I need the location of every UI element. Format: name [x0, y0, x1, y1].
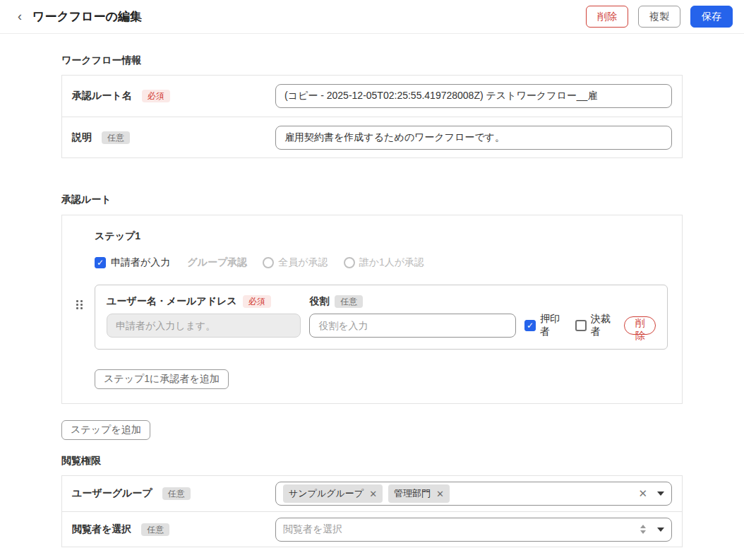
user-group-label: ユーザーグループ — [72, 487, 152, 500]
delete-approver-button[interactable]: 削除 — [624, 316, 656, 335]
all-approve-radio[interactable] — [263, 257, 274, 268]
approval-route-name-label-col: 承認ルート名 必須 — [72, 90, 275, 102]
viewer-select-row: 閲覧者を選択 任意 閲覧者を選択 — [62, 511, 682, 547]
optional-badge: 任意 — [102, 131, 130, 144]
spinner-icon[interactable] — [640, 525, 646, 534]
description-label-col: 説明 任意 — [72, 131, 275, 144]
delete-workflow-button[interactable]: 削除 — [586, 6, 628, 28]
approval-route-section-title: 承認ルート — [61, 193, 683, 206]
remove-tag-icon[interactable]: ✕ — [369, 489, 377, 499]
approver-row: ユーザー名・メールアドレス 必須 役割 任意 ✓ 押印者 決裁者 — [76, 285, 668, 350]
view-permission-section-title: 閲覧権限 — [61, 455, 683, 467]
user-group-row: ユーザーグループ 任意 サンプルグループ ✕ 管理部門 ✕ ✕ — [62, 476, 682, 511]
decider-label: 決裁者 — [591, 313, 619, 338]
chevron-down-icon[interactable] — [657, 492, 664, 496]
group-tag-label: サンプルグループ — [289, 487, 364, 500]
viewer-select-label-col: 閲覧者を選択 任意 — [72, 523, 275, 536]
approver-role-head: 役割 任意 — [309, 295, 516, 308]
stamper-checkbox[interactable]: ✓ — [524, 320, 536, 331]
approval-route-name-input[interactable] — [275, 84, 672, 108]
add-step-button[interactable]: ステップを追加 — [61, 420, 150, 440]
group-tag: 管理部門 ✕ — [388, 484, 450, 503]
approve-mode-row: ✓ 申請者が入力 グループ承認 全員が承認 誰か1人が承認 — [95, 256, 668, 269]
optional-badge: 任意 — [162, 487, 191, 500]
header-actions: 削除 複製 保存 — [586, 6, 733, 28]
group-approval-label: グループ承認 — [187, 256, 247, 269]
approval-route-name-label: 承認ルート名 — [72, 90, 132, 102]
step-1-title: ステップ1 — [95, 230, 668, 243]
save-workflow-button[interactable]: 保存 — [690, 6, 733, 28]
optional-badge: 任意 — [335, 295, 363, 308]
any-one-approve-radio[interactable] — [344, 257, 355, 268]
approver-role-input[interactable] — [309, 314, 516, 338]
required-badge: 必須 — [142, 90, 170, 102]
required-badge: 必須 — [243, 295, 271, 308]
group-tag-label: 管理部門 — [394, 487, 431, 500]
page-title: ワークフローの編集 — [32, 8, 142, 25]
group-tag: サンプルグループ ✕ — [283, 484, 383, 503]
any-one-approve-label: 誰か1人が承認 — [359, 256, 424, 269]
applicant-input-label: 申請者が入力 — [111, 256, 170, 269]
approver-card: ユーザー名・メールアドレス 必須 役割 任意 ✓ 押印者 決裁者 — [95, 285, 668, 350]
all-approve-label: 全員が承認 — [278, 256, 328, 269]
approver-user-head: ユーザー名・メールアドレス 必須 — [107, 295, 301, 308]
viewer-select[interactable]: 閲覧者を選択 — [275, 518, 672, 542]
workflow-info-table: 承認ルート名 必須 説明 任意 — [61, 75, 683, 158]
user-group-multiselect[interactable]: サンプルグループ ✕ 管理部門 ✕ ✕ — [275, 482, 672, 506]
stamper-label: 押印者 — [540, 313, 568, 338]
view-permission-table: ユーザーグループ 任意 サンプルグループ ✕ 管理部門 ✕ ✕ 閲覧者を選択 — [61, 475, 683, 547]
step-1-box: ステップ1 ✓ 申請者が入力 グループ承認 全員が承認 誰か1人が承認 ユーザー… — [61, 215, 683, 404]
drag-handle-icon[interactable] — [76, 285, 95, 309]
approver-role-label: 役割 — [309, 295, 329, 308]
back-icon[interactable]: ‹ — [11, 8, 28, 25]
duplicate-workflow-button[interactable]: 複製 — [638, 6, 680, 28]
approver-user-input — [107, 314, 301, 338]
description-input[interactable] — [275, 126, 672, 150]
header-bar: ‹ ワークフローの編集 削除 複製 保存 — [0, 0, 744, 34]
applicant-input-checkbox[interactable]: ✓ — [95, 257, 106, 268]
add-approver-button[interactable]: ステップ1に承認者を追加 — [95, 369, 229, 389]
viewer-select-label: 閲覧者を選択 — [72, 523, 131, 536]
clear-all-icon[interactable]: ✕ — [638, 487, 647, 500]
remove-tag-icon[interactable]: ✕ — [436, 489, 444, 499]
approver-user-label: ユーザー名・メールアドレス — [107, 295, 237, 308]
main-content: ワークフロー情報 承認ルート名 必須 説明 任意 承認ルート ステップ1 ✓ 申… — [61, 54, 683, 547]
user-group-label-col: ユーザーグループ 任意 — [72, 487, 275, 500]
description-label: 説明 — [72, 131, 92, 144]
viewer-select-placeholder: 閲覧者を選択 — [283, 523, 342, 536]
approver-role-field: 役割 任意 — [309, 295, 516, 338]
description-row: 説明 任意 — [62, 117, 682, 157]
approver-options: ✓ 押印者 決裁者 削除 — [524, 314, 656, 338]
approver-user-field: ユーザー名・メールアドレス 必須 — [107, 295, 301, 338]
workflow-info-section-title: ワークフロー情報 — [61, 54, 683, 67]
approval-route-name-row: 承認ルート名 必須 — [62, 76, 682, 117]
optional-badge: 任意 — [141, 523, 169, 536]
decider-checkbox[interactable] — [575, 320, 587, 331]
chevron-down-icon[interactable] — [657, 528, 664, 532]
